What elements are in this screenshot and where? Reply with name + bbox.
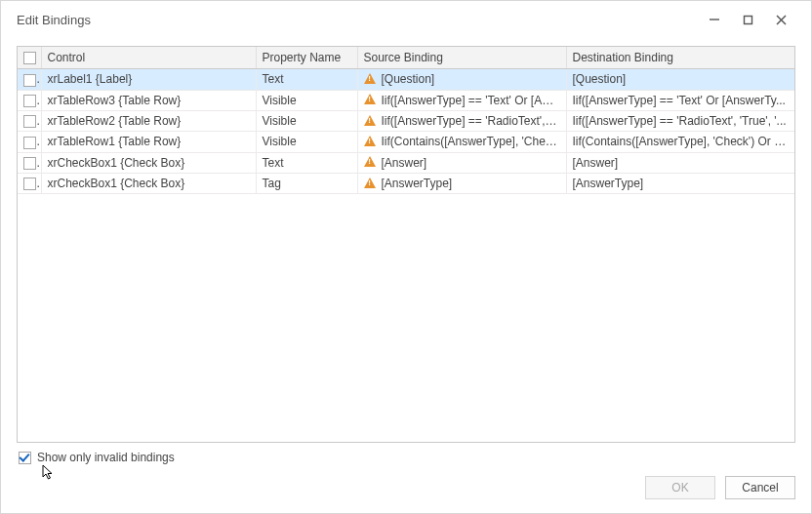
source-text: [Question]: [382, 72, 435, 86]
minimize-icon: [709, 14, 720, 25]
header-source[interactable]: Source Binding: [357, 47, 566, 69]
cell-property: Text: [256, 69, 357, 90]
header-checkbox[interactable]: [23, 52, 36, 64]
row-checkbox-cell[interactable]: [18, 132, 41, 152]
maximize-icon: [743, 15, 753, 25]
cell-property: Tag: [256, 173, 357, 193]
warning-icon: [364, 178, 376, 188]
header-destination[interactable]: Destination Binding: [566, 47, 794, 69]
bindings-table: Control Property Name Source Binding Des…: [18, 47, 794, 194]
dialog-window: Edit Bindings Control Property Name: [0, 0, 812, 514]
cell-property: Visible: [256, 110, 357, 131]
source-text: [AnswerType]: [382, 177, 453, 190]
window-title: Edit Bindings: [17, 13, 698, 27]
cell-control: xrTableRow3 {Table Row}: [41, 90, 256, 110]
cell-control: xrTableRow2 {Table Row}: [41, 110, 256, 131]
row-checkbox-cell[interactable]: [18, 90, 41, 110]
close-button[interactable]: [764, 6, 797, 33]
button-row: OK Cancel: [17, 466, 795, 499]
cell-destination: Iif([AnswerType] == 'Text' Or [AnswerTy.…: [566, 90, 794, 110]
maximize-button[interactable]: [731, 6, 764, 33]
warning-icon: [364, 156, 376, 167]
cell-source: Iif([AnswerType] == 'RadioText', 'Tr...: [357, 110, 566, 131]
warning-icon: [364, 136, 376, 146]
row-checkbox[interactable]: [23, 178, 36, 190]
header-checkbox-col[interactable]: [18, 47, 41, 69]
source-text: Iif([AnswerType] == 'Text' Or [Answ...: [382, 94, 560, 107]
cell-property: Text: [256, 152, 357, 173]
row-checkbox[interactable]: [23, 74, 36, 87]
cell-destination: [AnswerType]: [566, 173, 794, 193]
source-text: [Answer]: [382, 156, 427, 170]
ok-button[interactable]: OK: [645, 476, 715, 499]
table-row[interactable]: xrCheckBox1 {Check Box}Tag[AnswerType][A…: [18, 173, 794, 193]
header-property[interactable]: Property Name: [256, 47, 357, 69]
warning-icon: [364, 115, 376, 126]
warning-icon: [364, 73, 376, 84]
show-only-invalid-label: Show only invalid bindings: [37, 451, 175, 464]
cell-control: xrCheckBox1 {Check Box}: [41, 152, 256, 173]
cell-source: Iif(Contains([AnswerType], 'Check') ...: [357, 132, 566, 152]
cell-destination: [Question]: [566, 69, 794, 90]
cell-control: xrTableRow1 {Table Row}: [41, 132, 256, 152]
row-checkbox-cell[interactable]: [18, 110, 41, 131]
row-checkbox[interactable]: [23, 157, 36, 170]
show-only-invalid-checkbox[interactable]: [19, 452, 31, 464]
header-row: Control Property Name Source Binding Des…: [18, 47, 794, 69]
cell-source: [Question]: [357, 69, 566, 90]
footer-row: Show only invalid bindings: [17, 443, 795, 466]
warning-icon: [364, 94, 376, 104]
row-checkbox[interactable]: [23, 137, 36, 149]
table-row[interactable]: xrTableRow2 {Table Row}VisibleIif([Answe…: [18, 110, 794, 131]
mouse-cursor-icon: [42, 464, 56, 482]
row-checkbox-cell[interactable]: [18, 152, 41, 173]
cell-source: [AnswerType]: [357, 173, 566, 193]
row-checkbox-cell[interactable]: [18, 69, 41, 90]
bindings-grid[interactable]: Control Property Name Source Binding Des…: [17, 46, 795, 443]
cell-property: Visible: [256, 90, 357, 110]
cell-control: xrCheckBox1 {Check Box}: [41, 173, 256, 193]
cell-source: Iif([AnswerType] == 'Text' Or [Answ...: [357, 90, 566, 110]
cell-destination: Iif([AnswerType] == 'RadioText', 'True',…: [566, 110, 794, 131]
table-row[interactable]: xrCheckBox1 {Check Box}Text[Answer][Answ…: [18, 152, 794, 173]
table-row[interactable]: xrTableRow1 {Table Row}VisibleIif(Contai…: [18, 132, 794, 152]
row-checkbox-cell[interactable]: [18, 173, 41, 193]
cell-destination: Iif(Contains([AnswerType], 'Check') Or C…: [566, 132, 794, 152]
header-control[interactable]: Control: [41, 47, 256, 69]
cell-destination: [Answer]: [566, 152, 794, 173]
close-icon: [776, 15, 787, 25]
minimize-button[interactable]: [698, 6, 731, 33]
titlebar: Edit Bindings: [1, 1, 811, 38]
cell-source: [Answer]: [357, 152, 566, 173]
cell-control: xrLabel1 {Label}: [41, 69, 256, 90]
row-checkbox[interactable]: [23, 95, 36, 107]
row-checkbox[interactable]: [23, 115, 36, 128]
source-text: Iif([AnswerType] == 'RadioText', 'Tr...: [382, 114, 560, 128]
cancel-button[interactable]: Cancel: [725, 476, 795, 499]
content-area: Control Property Name Source Binding Des…: [1, 38, 811, 513]
table-row[interactable]: xrTableRow3 {Table Row}VisibleIif([Answe…: [18, 90, 794, 110]
table-row[interactable]: xrLabel1 {Label}Text[Question][Question]: [18, 69, 794, 90]
svg-rect-1: [744, 16, 751, 23]
cell-property: Visible: [256, 132, 357, 152]
source-text: Iif(Contains([AnswerType], 'Check') ...: [382, 135, 560, 148]
